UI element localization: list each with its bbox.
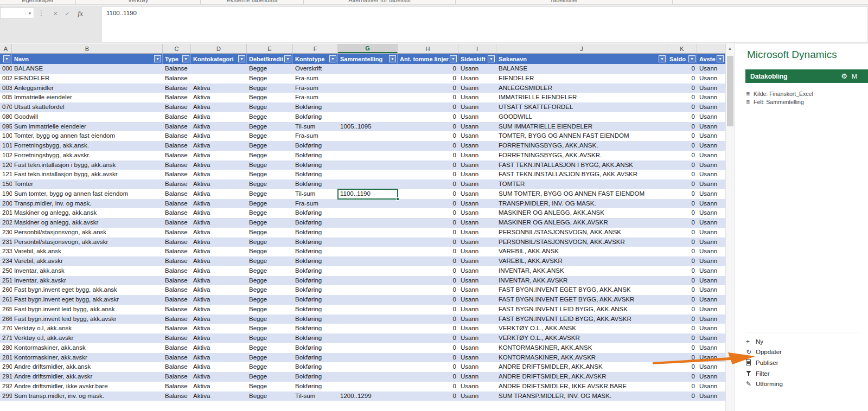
table-header-6[interactable]: Sammentelling▼ [338,54,398,64]
table-cell[interactable]: KONTORMASKINER, AKK.AVSKR [496,353,667,363]
table-cell[interactable]: VERKTØY O.L., AKK.ANSK [496,324,667,333]
table-cell[interactable]: 250 [0,266,12,276]
table-cell[interactable]: Aktiva [191,247,247,256]
table-cell[interactable]: 0 [398,151,458,160]
table-cell[interactable]: Kontormaskiner, akk.avskr [12,353,163,363]
table-cell[interactable]: Usann [697,295,725,305]
table-cell[interactable]: 0 [398,170,458,179]
gear-icon[interactable]: ⚙ [841,72,847,80]
table-cell[interactable] [338,141,398,151]
table-cell[interactable]: Fast bygn.invent leid bygg, akk.avskr [12,314,163,324]
table-cell[interactable] [338,228,398,237]
table-cell[interactable]: Begge [247,266,293,276]
table-cell[interactable]: Balanse [163,189,191,199]
table-cell[interactable]: Aktiva [191,160,247,170]
table-cell[interactable]: 0 [398,295,458,305]
table-cell[interactable]: Usann [458,64,496,74]
table-cell[interactable]: 070 [0,102,12,112]
column-header-F[interactable]: F [293,44,338,53]
table-cell[interactable] [338,131,398,141]
table-cell[interactable]: 120 [0,160,12,170]
table-cell[interactable]: Balanse [163,199,191,209]
table-cell[interactable]: BALANSE [12,64,163,74]
table-cell[interactable]: Begge [247,276,293,286]
table-cell[interactable]: 0 [667,256,697,266]
table-cell[interactable]: Fra-sum [293,131,338,141]
table-cell[interactable]: 1200..1299 [338,391,398,401]
table-cell[interactable]: Balanse [163,141,191,151]
table-cell[interactable]: 0 [398,343,458,353]
table-cell[interactable]: Usann [697,247,725,256]
table-cell[interactable]: Balanse [163,305,191,314]
table-cell[interactable]: Aktiva [191,84,247,93]
table-cell[interactable]: 0 [398,208,458,218]
table-cell[interactable]: Begge [247,237,293,247]
table-cell[interactable]: SUM TOMTER, BYGG OG ANNEN FAST EIENDOM [496,189,667,199]
table-cell[interactable]: UTSATT SKATTEFORDEL [496,102,667,112]
table-cell[interactable] [338,324,398,333]
formula-bar-input[interactable]: 1100..1190 [101,7,868,42]
table-cell[interactable]: Usann [697,112,725,122]
refresh-button[interactable]: ↻Oppdater [746,347,861,358]
table-cell[interactable]: Bokføring [293,247,338,256]
table-cell[interactable]: 0 [667,131,697,141]
table-cell[interactable] [338,199,398,209]
column-header-partial[interactable] [697,44,725,53]
table-cell[interactable]: 0 [398,141,458,151]
table-cell[interactable]: 0 [398,131,458,141]
table-cell[interactable]: Usann [697,333,725,343]
table-cell[interactable]: 0 [398,382,458,391]
table-cell[interactable]: Fra-sum [293,199,338,209]
table-cell[interactable]: 299 [0,391,12,401]
table-cell[interactable]: Usann [458,324,496,333]
table-cell[interactable]: 0 [398,122,458,132]
table-cell[interactable]: 0 [667,208,697,218]
table-cell[interactable]: Usann [458,122,496,132]
table-cell[interactable]: Til-sum [293,189,338,199]
table-cell[interactable]: 0 [667,372,697,382]
table-cell[interactable]: Andre driftsmidler, ikke avskr.bare [12,382,163,391]
table-cell[interactable]: KONTORMASKINER, AKK.ANSK [496,343,667,353]
table-cell[interactable]: Begge [247,112,293,122]
table-cell[interactable] [338,382,398,391]
column-header-I[interactable]: I [458,44,496,53]
table-cell[interactable]: Bokføring [293,170,338,179]
table-cell[interactable]: Balanse [163,170,191,179]
table-cell[interactable]: 281 [0,353,12,363]
table-cell[interactable] [338,276,398,286]
table-cell[interactable]: Balanse [163,372,191,382]
table-cell[interactable]: Usann [697,256,725,266]
table-cell[interactable]: Usann [697,189,725,199]
table-cell[interactable]: 0 [398,160,458,170]
table-cell[interactable]: 231 [0,237,12,247]
table-cell[interactable]: FAST BYGN.INVENT LEID BYGG, AKK.ANSK [496,305,667,314]
table-cell[interactable]: Overskrift [293,64,338,74]
table-cell[interactable]: 0 [667,122,697,132]
table-cell[interactable]: Transp.midler, inv. og mask. [12,199,163,209]
table-cell[interactable]: 0 [667,199,697,209]
table-cell[interactable]: Begge [247,324,293,333]
table-cell[interactable]: Andre driftsmidler, akk.ansk [12,362,163,372]
table-cell[interactable]: Balanse [163,247,191,256]
table-cell[interactable] [338,285,398,295]
table-cell[interactable]: Usann [458,151,496,160]
table-cell[interactable]: Sum transp.midler, inv. og mask. [12,391,163,401]
filter-dropdown-icon[interactable]: ▼ [389,55,396,62]
table-cell[interactable]: Begge [247,285,293,295]
table-cell[interactable]: 0 [398,102,458,112]
table-cell[interactable]: Usann [458,112,496,122]
table-cell[interactable]: Usann [458,93,496,102]
table-cell[interactable]: Usann [458,256,496,266]
new-button[interactable]: +Ny [746,336,861,347]
table-cell[interactable]: Aktiva [191,122,247,132]
filter-dropdown-icon[interactable]: ▼ [688,55,695,62]
table-cell[interactable]: Begge [247,343,293,353]
table-cell[interactable]: Begge [247,314,293,324]
table-cell[interactable]: 280 [0,343,12,353]
table-cell[interactable]: Balanse [163,208,191,218]
table-cell[interactable]: Begge [247,372,293,382]
table-cell[interactable]: Begge [247,333,293,343]
table-cell[interactable]: Begge [247,208,293,218]
table-cell[interactable]: Bokføring [293,160,338,170]
table-cell[interactable]: Aktiva [191,343,247,353]
